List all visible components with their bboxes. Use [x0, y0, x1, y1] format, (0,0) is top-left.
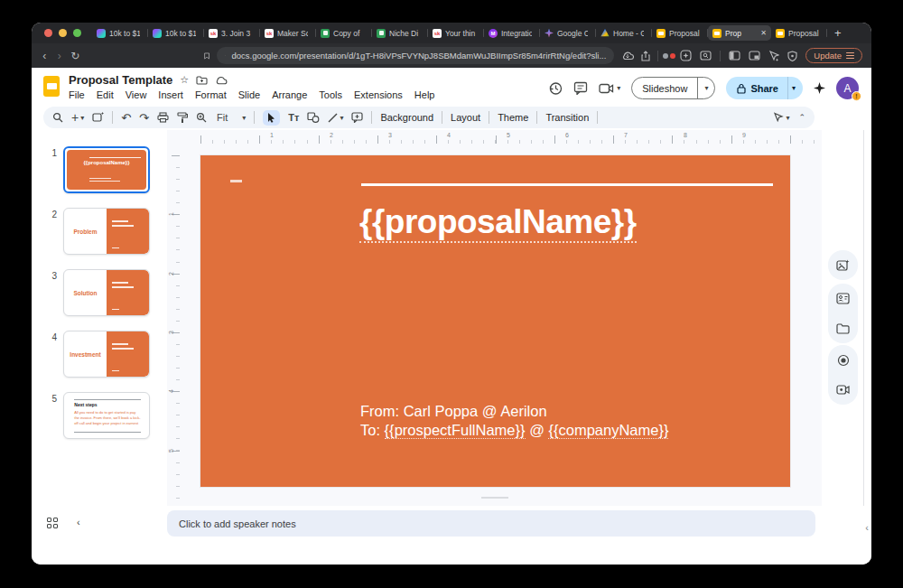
star-icon[interactable]: ☆ [180, 74, 189, 86]
paint-format-icon[interactable] [177, 112, 188, 124]
collapse-side-panel-icon[interactable]: ‹ [865, 522, 869, 533]
site-settings-icon[interactable] [225, 51, 226, 60]
grid-view-icon[interactable] [47, 518, 59, 529]
slideshow-button[interactable]: Slideshow ▾ [631, 77, 715, 99]
pen-tools[interactable]: ▾ [773, 112, 789, 123]
share-page-icon[interactable] [641, 51, 650, 61]
zoom-window-button[interactable] [73, 29, 81, 37]
forward-button[interactable]: › [56, 50, 64, 62]
slide-thumbnail-4[interactable]: Investment [63, 331, 150, 378]
contacts-panel-icon[interactable] [828, 284, 858, 313]
menu-bar: File Edit View Insert Format Slide Arran… [69, 89, 434, 100]
zoom-fit-dropdown[interactable]: Fit▾ [215, 112, 246, 123]
menu-item[interactable]: Slide [238, 89, 260, 100]
menu-item[interactable]: Tools [319, 89, 342, 100]
update-browser-button[interactable]: Update [805, 48, 862, 63]
menu-item[interactable]: Edit [97, 89, 114, 100]
browser-tab[interactable]: Proposal [771, 25, 827, 41]
reload-button[interactable]: ↻ [70, 50, 79, 62]
zoom-icon[interactable] [196, 112, 207, 123]
cursor-assist-icon[interactable] [768, 51, 779, 61]
version-history-icon[interactable] [548, 81, 563, 96]
ai-sparkle-icon[interactable] [680, 50, 692, 61]
toolbar-action-button[interactable]: Background [380, 112, 433, 123]
toolbar-action-button[interactable]: Layout [451, 112, 480, 123]
browser-tab[interactable]: Your thin [428, 25, 484, 41]
print-icon[interactable] [157, 112, 169, 123]
slide-canvas[interactable]: 123456789 12345 {{proposalName}} From: C… [167, 130, 822, 506]
share-dropdown-icon[interactable]: ▾ [787, 77, 803, 99]
browser-tab[interactable]: Integratio [484, 25, 540, 41]
slide-fromto-textbox[interactable]: From: Carl Poppa @ Aerilon To: {{prospec… [360, 402, 668, 440]
browser-tab[interactable]: Proposal [652, 25, 708, 41]
new-tab-button[interactable]: + [834, 27, 842, 39]
slideshow-dropdown-icon[interactable]: ▾ [697, 78, 714, 98]
account-avatar[interactable]: A ! [836, 77, 859, 99]
menu-item[interactable]: File [69, 89, 85, 100]
browser-tab[interactable]: 10k to $1 [148, 25, 204, 41]
toolbar-action-button[interactable]: Theme [498, 112, 528, 123]
text-box-tool[interactable]: Tт [288, 112, 299, 123]
tab-search-icon[interactable] [700, 51, 712, 61]
menu-item[interactable]: Arrange [272, 89, 307, 100]
tab-close-icon[interactable]: ✕ [760, 29, 767, 37]
offline-icon[interactable] [621, 51, 634, 61]
record-icon[interactable] [828, 345, 858, 375]
address-bar[interactable]: docs.google.com/presentation/d/1gT-H8iVP… [217, 47, 614, 64]
bookmark-icon[interactable] [204, 51, 209, 61]
insert-comment-icon[interactable] [351, 112, 363, 123]
gemini-icon[interactable] [814, 82, 825, 94]
privacy-shield-icon[interactable] [787, 51, 797, 61]
menu-item[interactable]: Format [195, 89, 227, 100]
slides-logo-icon[interactable] [43, 76, 60, 97]
slide-thumbnail-5[interactable]: Next steps All you need to do to get sta… [63, 392, 150, 439]
slide-thumbnail-1[interactable]: {{proposalName}} [63, 146, 150, 193]
slide-title-textbox[interactable]: {{proposalName}} [359, 203, 637, 241]
new-slide-dropdown[interactable]: +▾ [71, 110, 84, 125]
share-button[interactable]: Share ▾ [726, 77, 803, 99]
menu-item[interactable]: Insert [158, 89, 183, 100]
browser-tab[interactable]: 10k to $1 [92, 25, 148, 41]
browser-tab[interactable]: Google C [540, 25, 596, 41]
picture-in-picture-icon[interactable] [749, 51, 760, 61]
meet-camera-icon[interactable] [599, 83, 614, 94]
shapes-tool-icon[interactable] [307, 112, 320, 123]
image-generator-icon[interactable] [828, 250, 858, 280]
browser-tab[interactable]: 3. Join 3 [204, 25, 260, 41]
browser-tab[interactable]: Prop ✕ [708, 25, 771, 41]
slide-editor[interactable]: {{proposalName}} From: Carl Poppa @ Aeri… [200, 155, 790, 487]
menu-item[interactable]: Extensions [354, 89, 403, 100]
comments-icon[interactable] [573, 81, 588, 95]
search-menus-icon[interactable] [52, 112, 63, 123]
tab-label: Integratio [501, 29, 532, 38]
slide-thumbnail-3[interactable]: Solution [63, 269, 150, 316]
collapse-toolbar-icon[interactable]: ⌃ [798, 113, 805, 122]
menu-item[interactable]: Help [414, 89, 435, 100]
toolbar-action-button[interactable]: Transition [545, 112, 589, 123]
close-window-button[interactable] [44, 29, 52, 37]
side-panel-icon[interactable] [729, 51, 740, 61]
redo-icon[interactable]: ↷ [139, 111, 149, 125]
menu-item[interactable]: View [126, 89, 147, 100]
move-to-folder-icon[interactable] [196, 76, 208, 85]
folder-panel-icon[interactable] [828, 313, 858, 343]
collapse-filmstrip-icon[interactable]: ‹ [77, 517, 80, 527]
browser-tab[interactable]: Home - G [596, 25, 652, 41]
screen-record-icon[interactable] [828, 375, 858, 405]
notes-resize-handle[interactable] [481, 497, 508, 499]
line-tool[interactable]: ▾ [328, 113, 343, 123]
cloud-status-icon[interactable] [215, 76, 228, 85]
slide-thumbnail-2[interactable]: Problem [63, 208, 150, 255]
browser-tab[interactable]: Niche Di [372, 25, 428, 41]
meet-dropdown-icon[interactable]: ▾ [617, 84, 620, 92]
new-slide-icon[interactable] [92, 112, 104, 123]
document-title[interactable]: Proposal Template [69, 73, 172, 87]
back-button[interactable]: ‹ [41, 50, 49, 62]
speaker-notes[interactable]: Click to add speaker notes [167, 510, 815, 537]
browser-tab[interactable]: Maker Sc [260, 25, 316, 41]
select-tool[interactable] [263, 110, 280, 126]
tab-label: Prop [725, 29, 757, 38]
minimize-window-button[interactable] [59, 29, 67, 37]
browser-tab[interactable]: Copy of [316, 25, 372, 41]
undo-icon[interactable]: ↶ [121, 111, 131, 125]
